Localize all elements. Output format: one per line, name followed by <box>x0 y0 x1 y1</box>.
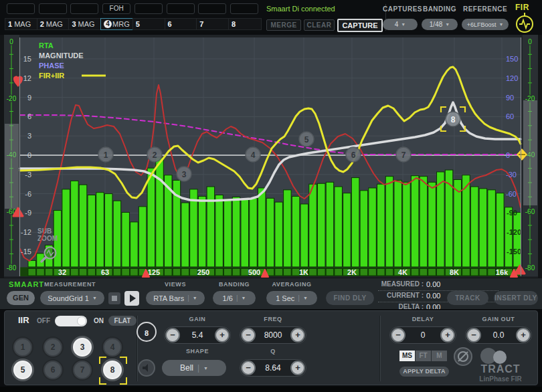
shape-dropdown[interactable]: Bell|▼ <box>162 360 226 376</box>
reference-dropdown[interactable]: +6LFBoost▼ <box>462 19 509 30</box>
q-label: Q <box>240 348 306 355</box>
delay-minus-button[interactable]: − <box>391 328 405 342</box>
selected-band-corner <box>120 357 127 364</box>
tab-number-badge: 4 <box>104 20 112 28</box>
apply-delta-button[interactable]: APPLY DELTA <box>399 367 449 377</box>
band-select-button-5[interactable]: 5 <box>13 361 32 379</box>
banding-dropdown[interactable]: 1/6|▼ <box>213 291 256 305</box>
freq-plus-button[interactable]: + <box>290 328 305 342</box>
flat-button[interactable]: FLAT <box>108 316 137 326</box>
capture-button[interactable]: CAPTURE <box>337 19 383 32</box>
band-select-button-3[interactable]: 3 <box>73 338 92 357</box>
unit-ms-button[interactable]: MS <box>399 351 415 361</box>
capture-tab-8[interactable]: 8 <box>228 18 262 30</box>
insert-delay-button[interactable]: INSERT DLY <box>494 291 538 305</box>
chevron-down-icon: ▼ <box>193 296 197 300</box>
band-select-button-2[interactable]: 2 <box>43 338 62 357</box>
svg-text:8: 8 <box>451 115 456 124</box>
play-button[interactable] <box>124 291 139 306</box>
gain-out-minus-button[interactable]: − <box>466 328 481 342</box>
svg-text:0: 0 <box>528 38 532 45</box>
views-value: RTA Bars <box>153 294 184 302</box>
find-delay-button[interactable]: FIND DLY <box>326 291 374 305</box>
legend-magnitude: MAGNITUDE <box>39 52 84 60</box>
eq-band-marker-6[interactable]: 6 <box>346 147 361 162</box>
band-select-button-4[interactable]: 4 <box>103 338 122 357</box>
q-value[interactable]: 8.64 <box>255 363 291 373</box>
capture-tab-5[interactable]: 5 <box>132 18 166 30</box>
merge-button[interactable]: MERGE <box>266 19 301 31</box>
legend-rta: RTA <box>39 41 54 50</box>
averaging-dropdown[interactable]: 1 Sec|▼ <box>266 291 317 305</box>
q-plus-button[interactable]: + <box>290 361 305 375</box>
views-dropdown[interactable]: RTA Bars|▼ <box>146 291 205 305</box>
capture-tab-2[interactable]: 2 MAG <box>37 18 70 30</box>
band-select-button-7[interactable]: 7 <box>73 361 92 379</box>
eq-band-marker-1[interactable]: 1 <box>98 147 113 162</box>
band-select-button-1[interactable]: 1 <box>13 338 32 357</box>
track-button[interactable]: TRACK <box>447 291 488 305</box>
unit-m-button[interactable]: M <box>432 351 447 361</box>
toggle-knob <box>77 316 86 326</box>
gain-out-value[interactable]: 0.0 <box>480 330 517 340</box>
delay-value[interactable]: 0 <box>405 330 441 340</box>
unit-ft-button[interactable]: FT <box>416 351 431 361</box>
svg-text:-80: -80 <box>7 264 17 272</box>
gain-out-plus-button[interactable]: + <box>516 328 531 342</box>
q-minus-button[interactable]: − <box>241 361 256 375</box>
freq-label: FREQ <box>240 316 306 322</box>
banding-dropdown[interactable]: 1/48▼ <box>422 19 458 30</box>
freq-stepper: − 8000 + <box>240 326 306 344</box>
freq-value[interactable]: 8000 <box>255 330 291 340</box>
shape-value: Bell <box>180 363 193 373</box>
capture-tab-4[interactable]: 4MRG <box>100 18 134 30</box>
svg-text:90: 90 <box>506 94 514 102</box>
svg-text:1: 1 <box>104 151 108 160</box>
capture-tab-7[interactable]: 7 <box>196 18 230 30</box>
freq-minus-button[interactable]: − <box>241 328 256 342</box>
left-scale-zoom-handle[interactable] <box>5 124 19 209</box>
band-power-button[interactable]: 8 <box>137 322 157 342</box>
svg-text:-60: -60 <box>506 190 517 198</box>
svg-text:125: 125 <box>148 268 160 276</box>
chevron-down-icon: ▼ <box>445 22 450 27</box>
delay-plus-button[interactable]: + <box>440 328 455 342</box>
capture-name-field-2[interactable] <box>39 3 67 14</box>
eq-band-marker-2[interactable]: 2 <box>147 147 162 162</box>
selected-band-corner <box>99 357 106 364</box>
capture-name-field-4[interactable]: FOH <box>102 3 130 14</box>
generator-button[interactable]: GEN <box>7 291 35 305</box>
gain-minus-button[interactable]: − <box>165 328 180 342</box>
iir-on-off-toggle[interactable] <box>55 316 87 326</box>
capture-name-field-7[interactable] <box>198 3 226 14</box>
frequency-response-graph[interactable]: -90-120-150SUBZOOM1234567815129630-3-6-9… <box>0 35 542 278</box>
legend-phase: PHASE <box>39 62 64 70</box>
capture-tab-6[interactable]: 6 <box>165 18 198 30</box>
eq-band-marker-7[interactable]: 7 <box>396 147 411 162</box>
capture-name-field-8[interactable] <box>230 3 258 14</box>
svg-text:8K: 8K <box>450 268 459 276</box>
capture-tab-1[interactable]: 1 MAG <box>5 18 38 30</box>
captures-dropdown[interactable]: 4▼ <box>383 19 418 30</box>
band-select-button-6[interactable]: 6 <box>43 361 62 379</box>
stop-button[interactable] <box>108 292 120 304</box>
svg-text:6: 6 <box>351 151 356 160</box>
eq-band-marker-5[interactable]: 5 <box>299 132 314 146</box>
clear-button[interactable]: CLEAR <box>304 19 335 31</box>
measurement-source-dropdown[interactable]: SoundGrid 1▼ <box>40 291 104 305</box>
polarity-icon <box>455 349 471 365</box>
capture-name-field-3[interactable] <box>70 3 98 14</box>
capture-name-field-1[interactable] <box>7 3 35 14</box>
eq-band-marker-4[interactable]: 4 <box>246 147 260 162</box>
smaart-brand: SMAART <box>9 280 44 288</box>
capture-tab-3[interactable]: 3 MAG <box>68 18 102 30</box>
capture-name-field-6[interactable] <box>167 3 195 14</box>
band-listen-button[interactable] <box>138 359 155 377</box>
gain-value[interactable]: 5.4 <box>179 330 215 340</box>
capture-name-field-5[interactable] <box>134 3 163 14</box>
svg-text:6: 6 <box>27 112 31 120</box>
gain-plus-button[interactable]: + <box>215 328 230 342</box>
views-label: VIEWS <box>146 281 205 288</box>
gain-stepper: − 5.4 + <box>164 326 231 344</box>
eq-band-marker-3[interactable]: 3 <box>177 167 191 181</box>
